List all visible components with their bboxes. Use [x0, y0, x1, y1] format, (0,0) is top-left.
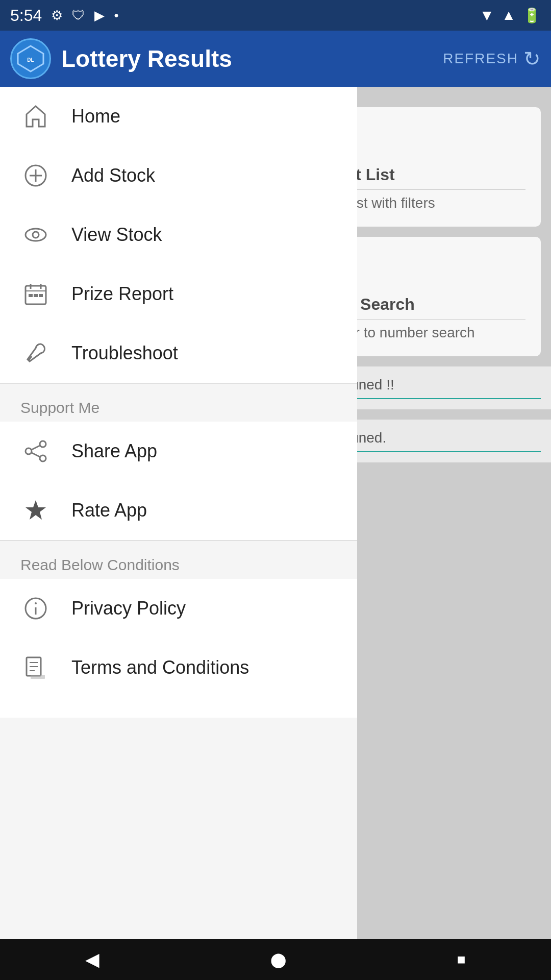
- privacy-policy-label: Privacy Policy: [71, 598, 186, 619]
- wrench-icon: [20, 338, 51, 369]
- eye-icon: [20, 219, 51, 250]
- terms-conditions-label: Terms and Conditions: [71, 657, 249, 678]
- svg-line-26: [32, 453, 40, 457]
- view-stock-label: View Stock: [71, 224, 162, 246]
- battery-icon: 🔋: [523, 7, 541, 24]
- list-icon: [20, 652, 51, 683]
- recent-button[interactable]: ■: [442, 946, 481, 973]
- troubleshoot-label: Troubleshoot: [71, 342, 178, 364]
- svg-point-30: [35, 602, 37, 604]
- svg-rect-32: [31, 675, 45, 679]
- app-bar-left: DL Lottery Results: [10, 38, 232, 79]
- svg-point-24: [40, 455, 46, 461]
- svg-rect-18: [29, 294, 33, 297]
- status-time: 5:54: [10, 6, 42, 25]
- refresh-icon[interactable]: ↻: [523, 47, 541, 70]
- navigation-drawer: Home Add Stock View Stock: [0, 87, 357, 939]
- drawer-item-prize-report[interactable]: Prize Report: [0, 264, 357, 324]
- app-bar: DL Lottery Results REFRESH ↻: [0, 31, 551, 87]
- signal-icon: ▲: [502, 7, 516, 23]
- svg-point-23: [26, 448, 32, 454]
- shield-icon: 🛡: [72, 8, 85, 23]
- share-icon: [20, 436, 51, 467]
- home-icon: [20, 101, 51, 132]
- rate-app-label: Rate App: [71, 500, 147, 521]
- app-bar-right[interactable]: REFRESH ↻: [443, 47, 541, 70]
- drawer-item-privacy-policy[interactable]: Privacy Policy: [0, 579, 357, 638]
- drawer-item-home[interactable]: Home: [0, 87, 357, 146]
- svg-rect-19: [34, 294, 38, 297]
- app-logo: DL: [10, 38, 51, 79]
- status-bar-right: ▼ ▲ 🔋: [480, 7, 541, 24]
- app-title: Lottery Results: [61, 45, 232, 72]
- drawer-item-rate-app[interactable]: Rate App: [0, 481, 357, 540]
- status-bar: 5:54 ⚙ 🛡 ▶ ● ▼ ▲ 🔋: [0, 0, 551, 31]
- svg-line-25: [32, 446, 40, 450]
- add-circle-icon: [20, 160, 51, 191]
- svg-rect-20: [39, 294, 43, 297]
- status-bar-left: 5:54 ⚙ 🛡 ▶ ●: [10, 6, 119, 25]
- home-label: Home: [71, 106, 120, 127]
- play-icon: ▶: [94, 8, 105, 23]
- star-icon: [20, 495, 51, 526]
- drawer-item-view-stock[interactable]: View Stock: [0, 205, 357, 264]
- drawer-item-add-stock[interactable]: Add Stock: [0, 146, 357, 205]
- share-app-label: Share App: [71, 440, 157, 462]
- svg-point-12: [26, 229, 46, 241]
- drawer-item-troubleshoot[interactable]: Troubleshoot: [0, 324, 357, 383]
- back-button[interactable]: ◀: [70, 944, 115, 975]
- calendar-icon: [20, 279, 51, 309]
- support-section-header: Support Me: [0, 383, 357, 422]
- settings-icon: ⚙: [51, 8, 63, 23]
- bottom-nav-bar: ◀ ⬤ ■: [0, 939, 551, 980]
- wifi-icon: ▼: [480, 7, 495, 24]
- svg-marker-27: [26, 500, 46, 520]
- info-icon: [20, 593, 51, 624]
- conditions-section-header: Read Below Conditions: [0, 541, 357, 579]
- prize-report-label: Prize Report: [71, 283, 173, 305]
- add-stock-label: Add Stock: [71, 165, 155, 186]
- dot-icon: ●: [114, 11, 119, 20]
- refresh-label[interactable]: REFRESH: [443, 51, 518, 67]
- drawer-bottom-space: [0, 697, 357, 718]
- svg-text:DL: DL: [27, 57, 34, 63]
- drawer-item-share-app[interactable]: Share App: [0, 422, 357, 481]
- main-layout: Result List result list with filters Sto…: [0, 87, 551, 939]
- svg-point-13: [33, 232, 39, 238]
- svg-point-22: [40, 441, 46, 447]
- home-button[interactable]: ⬤: [255, 946, 302, 973]
- drawer-item-terms-conditions[interactable]: Terms and Conditions: [0, 638, 357, 697]
